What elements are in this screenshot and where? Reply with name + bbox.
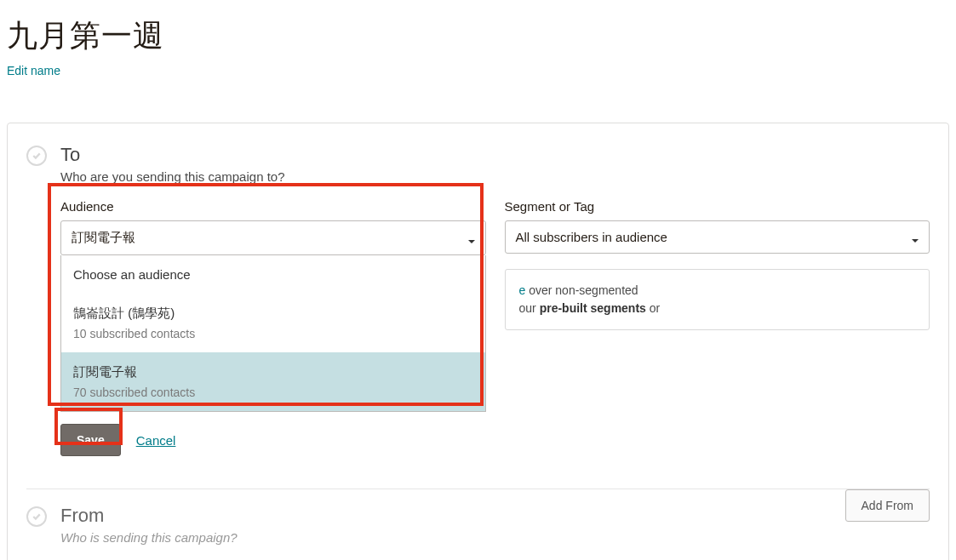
dropdown-choose[interactable]: Choose an audience bbox=[61, 255, 485, 294]
dropdown-choose-label: Choose an audience bbox=[73, 267, 473, 282]
section-to: To Who are you sending this campaign to?… bbox=[26, 144, 930, 473]
page-title: 九月第一週 bbox=[7, 15, 949, 57]
segment-label: Segment or Tag bbox=[505, 199, 930, 214]
save-button[interactable]: Save bbox=[60, 424, 121, 456]
info-link-fragment[interactable]: e bbox=[519, 283, 526, 297]
info-text-2: our bbox=[519, 301, 540, 315]
segment-selected-value: All subscribers in audience bbox=[516, 230, 667, 244]
dropdown-option-0-name: 鵠崙設計 (鵠學苑) bbox=[73, 306, 473, 322]
section-from: From Who is sending this campaign? Add F… bbox=[26, 489, 930, 545]
info-bold: pre-built segments bbox=[540, 301, 646, 315]
add-from-button[interactable]: Add From bbox=[845, 489, 930, 522]
info-text-1: over non-segmented bbox=[529, 283, 638, 297]
dropdown-option-1-name: 訂閱電子報 bbox=[73, 364, 473, 380]
to-title: To bbox=[60, 144, 930, 166]
segment-select[interactable]: All subscribers in audience bbox=[505, 220, 930, 254]
audience-selected-value: 訂閱電子報 bbox=[72, 230, 135, 246]
cancel-button[interactable]: Cancel bbox=[136, 433, 176, 448]
check-icon bbox=[26, 506, 47, 527]
dropdown-option-0[interactable]: 鵠崙設計 (鵠學苑) 10 subscribed contacts bbox=[61, 294, 485, 352]
dropdown-option-0-sub: 10 subscribed contacts bbox=[73, 327, 473, 340]
chevron-down-icon bbox=[911, 233, 919, 242]
segment-info-box: e over non-segmented our pre-built segme… bbox=[505, 269, 930, 330]
dropdown-option-1-sub: 70 subscribed contacts bbox=[73, 386, 473, 399]
audience-dropdown: Choose an audience 鵠崙設計 (鵠學苑) 10 subscri… bbox=[60, 255, 486, 412]
dropdown-option-1[interactable]: 訂閱電子報 70 subscribed contacts bbox=[61, 352, 485, 411]
to-subtitle: Who are you sending this campaign to? bbox=[60, 169, 930, 184]
audience-select[interactable]: 訂閱電子報 bbox=[60, 220, 486, 255]
from-subtitle: Who is sending this campaign? bbox=[60, 530, 930, 545]
from-title: From bbox=[60, 505, 930, 527]
edit-name-link[interactable]: Edit name bbox=[7, 64, 60, 77]
audience-label: Audience bbox=[60, 199, 486, 214]
chevron-down-icon bbox=[467, 234, 476, 243]
info-text-3: or bbox=[650, 301, 660, 315]
check-icon bbox=[26, 146, 47, 166]
